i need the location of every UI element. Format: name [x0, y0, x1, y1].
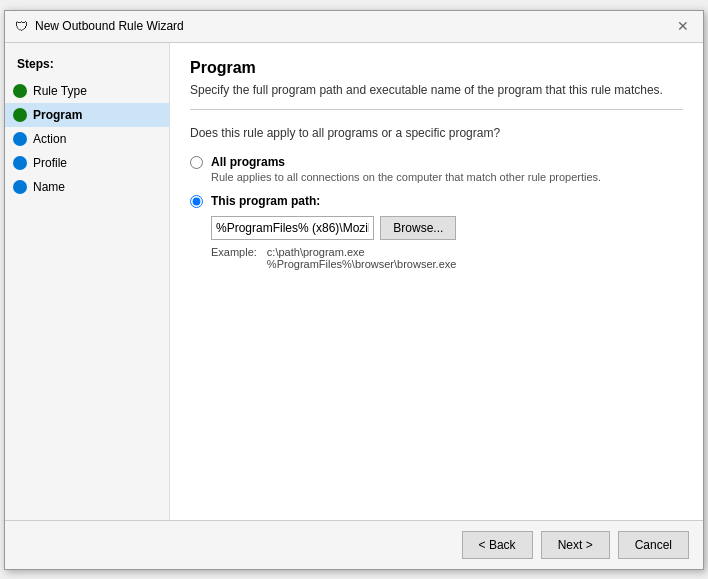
- browse-button[interactable]: Browse...: [380, 216, 456, 240]
- step-label-action: Action: [33, 132, 66, 146]
- window-title: New Outbound Rule Wizard: [35, 19, 184, 33]
- window-icon: 🛡: [13, 18, 29, 34]
- step-label-rule-type: Rule Type: [33, 84, 87, 98]
- sidebar: Steps: Rule Type Program Action Profile …: [5, 43, 170, 520]
- example-label: Example:: [211, 246, 257, 270]
- this-program-label[interactable]: This program path:: [211, 194, 320, 208]
- sidebar-item-program[interactable]: Program: [5, 103, 169, 127]
- all-programs-desc: Rule applies to all connections on the c…: [211, 171, 601, 183]
- sidebar-item-name[interactable]: Name: [5, 175, 169, 199]
- title-bar: 🛡 New Outbound Rule Wizard ✕: [5, 11, 703, 43]
- sidebar-item-rule-type[interactable]: Rule Type: [5, 79, 169, 103]
- example-values: c:\path\program.exe %ProgramFiles%\brows…: [267, 246, 457, 270]
- all-programs-content: All programs Rule applies to all connect…: [211, 154, 601, 183]
- page-description: Specify the full program path and execut…: [190, 83, 683, 110]
- this-program-row: This program path: Browse... Example: c:…: [190, 193, 683, 270]
- all-programs-label[interactable]: All programs: [211, 155, 285, 169]
- title-bar-left: 🛡 New Outbound Rule Wizard: [13, 18, 184, 34]
- example-line2: %ProgramFiles%\browser\browser.exe: [267, 258, 457, 270]
- all-programs-radio[interactable]: [190, 156, 203, 169]
- example-text: Example: c:\path\program.exe %ProgramFil…: [211, 246, 456, 270]
- next-button[interactable]: Next >: [541, 531, 610, 559]
- section-question: Does this rule apply to all programs or …: [190, 126, 683, 140]
- close-button[interactable]: ✕: [671, 14, 695, 38]
- wizard-window: 🛡 New Outbound Rule Wizard ✕ Steps: Rule…: [4, 10, 704, 570]
- step-label-profile: Profile: [33, 156, 67, 170]
- step-dot-rule-type: [13, 84, 27, 98]
- back-button[interactable]: < Back: [462, 531, 533, 559]
- example-line1: c:\path\program.exe: [267, 246, 457, 258]
- step-label-name: Name: [33, 180, 65, 194]
- step-label-program: Program: [33, 108, 82, 122]
- step-dot-profile: [13, 156, 27, 170]
- page-title: Program: [190, 59, 683, 77]
- this-program-radio[interactable]: [190, 195, 203, 208]
- this-program-content: This program path: Browse... Example: c:…: [211, 193, 456, 270]
- content-area: Steps: Rule Type Program Action Profile …: [5, 43, 703, 520]
- main-panel: Program Specify the full program path an…: [170, 43, 703, 520]
- step-dot-action: [13, 132, 27, 146]
- step-dot-program: [13, 108, 27, 122]
- cancel-button[interactable]: Cancel: [618, 531, 689, 559]
- step-dot-name: [13, 180, 27, 194]
- sidebar-title: Steps:: [5, 53, 169, 79]
- program-path-input[interactable]: [211, 216, 374, 240]
- footer: < Back Next > Cancel: [5, 520, 703, 569]
- all-programs-row: All programs Rule applies to all connect…: [190, 154, 683, 183]
- sidebar-item-action[interactable]: Action: [5, 127, 169, 151]
- sidebar-item-profile[interactable]: Profile: [5, 151, 169, 175]
- program-path-row: Browse...: [211, 216, 456, 240]
